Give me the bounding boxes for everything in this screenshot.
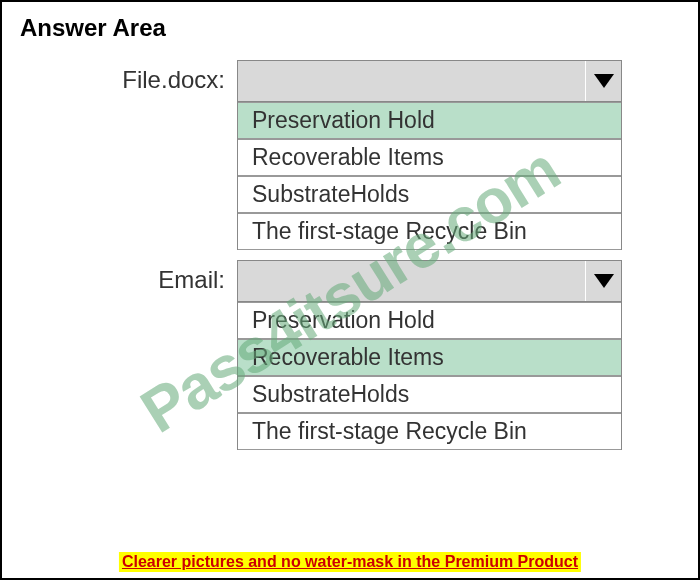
footer-banner: Clearer pictures and no water-mask in th… — [119, 552, 581, 572]
dropdown-email: Preservation Hold Recoverable Items Subs… — [237, 260, 622, 450]
dropdown-item-preservation-hold[interactable]: Preservation Hold — [238, 102, 621, 139]
dropdown-item-substrateholds[interactable]: SubstrateHolds — [238, 376, 621, 413]
dropdown-item-recoverable-items[interactable]: Recoverable Items — [238, 339, 621, 376]
dropdown-toggle-file-docx[interactable] — [585, 61, 621, 101]
chevron-down-icon — [594, 274, 614, 288]
row-email: Email: Preservation Hold Recoverable Ite… — [2, 260, 698, 450]
dropdown-item-substrateholds[interactable]: SubstrateHolds — [238, 176, 621, 213]
chevron-down-icon — [594, 74, 614, 88]
dropdown-list-file-docx: Preservation Hold Recoverable Items Subs… — [237, 102, 622, 250]
spacer — [2, 250, 698, 260]
dropdown-header-email[interactable] — [237, 260, 622, 302]
dropdown-item-recoverable-items[interactable]: Recoverable Items — [238, 139, 621, 176]
dropdown-item-first-stage-recycle-bin[interactable]: The first-stage Recycle Bin — [238, 413, 621, 450]
dropdown-list-email: Preservation Hold Recoverable Items Subs… — [237, 302, 622, 450]
row-file-docx: File.docx: Preservation Hold Recoverable… — [2, 60, 698, 250]
dropdown-toggle-email[interactable] — [585, 261, 621, 301]
label-file-docx: File.docx: — [2, 60, 237, 94]
page-title: Answer Area — [2, 2, 698, 60]
dropdown-item-preservation-hold[interactable]: Preservation Hold — [238, 302, 621, 339]
dropdown-file-docx: Preservation Hold Recoverable Items Subs… — [237, 60, 622, 250]
label-email: Email: — [2, 260, 237, 294]
dropdown-header-file-docx[interactable] — [237, 60, 622, 102]
dropdown-item-first-stage-recycle-bin[interactable]: The first-stage Recycle Bin — [238, 213, 621, 250]
